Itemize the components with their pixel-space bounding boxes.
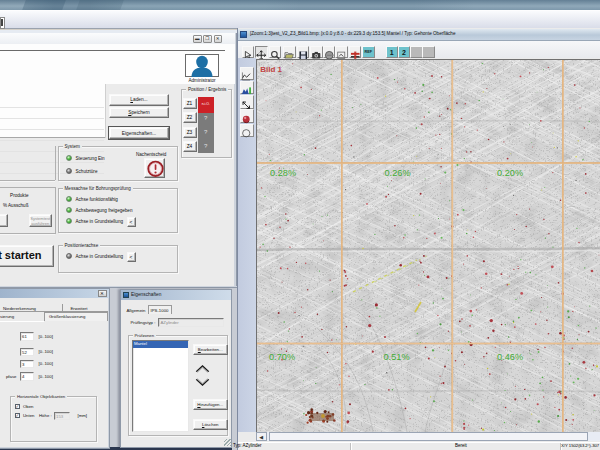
svg-text:0.28%: 0.28% — [270, 167, 296, 177]
svg-text:0.26%: 0.26% — [384, 167, 410, 177]
svg-text:0.46%: 0.46% — [497, 352, 523, 362]
svg-text:0.51%: 0.51% — [383, 352, 409, 362]
svg-text:0.20%: 0.20% — [497, 167, 523, 177]
svg-text:0.70%: 0.70% — [269, 352, 295, 362]
svg-text:Bild 1: Bild 1 — [260, 64, 282, 73]
